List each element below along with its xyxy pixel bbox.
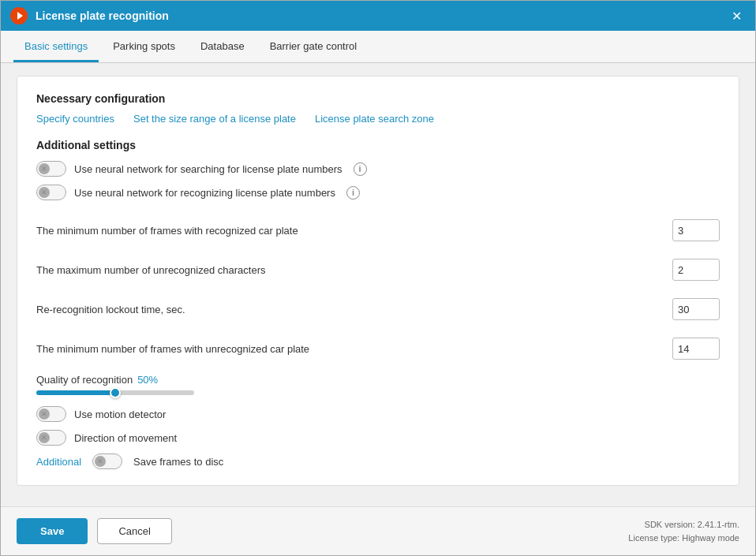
specify-countries-link[interactable]: Specify countries <box>36 113 114 125</box>
toggle-x-icon-2: ✕ <box>41 188 47 196</box>
motion-toggle-knob: ✕ <box>39 409 50 420</box>
max-unrecognized-label: The maximum number of unrecognized chara… <box>36 264 265 276</box>
tab-parking-spots[interactable]: Parking spots <box>102 31 186 62</box>
lockout-time-label: Re-recognition lockout time, sec. <box>36 304 185 315</box>
min-frames-unrecognized-row: The minimum number of frames with unreco… <box>36 334 720 363</box>
sdk-version: SDK version: 2.41.1-rtm. <box>628 518 739 532</box>
settings-panel: Necessary configuration Specify countrie… <box>17 76 739 486</box>
direction-movement-label: Direction of movement <box>74 432 177 444</box>
config-links: Specify countries Set the size range of … <box>36 113 720 125</box>
min-frames-unrecognized-label: The minimum number of frames with unreco… <box>36 343 309 355</box>
toggle-x-icon: ✕ <box>41 165 47 173</box>
quality-label: Quality of recognition <box>36 374 133 386</box>
additional-row: Additional ✕ Save frames to disc <box>36 453 720 469</box>
app-icon <box>10 7 28 24</box>
toggle-neural-recognize-row: ✕ Use neural network for recognizing lic… <box>36 185 720 200</box>
title-bar: License plate recognition ✕ <box>1 1 755 31</box>
neural-recognize-toggle[interactable]: ✕ <box>36 185 66 200</box>
quality-slider-section: Quality of recognition 50% <box>36 374 720 395</box>
max-unrecognized-row: The maximum number of unrecognized chara… <box>36 256 720 284</box>
search-zone-link[interactable]: License plate search zone <box>315 113 434 125</box>
main-window: License plate recognition ✕ Basic settin… <box>0 0 756 556</box>
max-unrecognized-input[interactable] <box>672 259 720 281</box>
necessary-config-title: Necessary configuration <box>36 92 720 105</box>
motion-detector-toggle[interactable]: ✕ <box>36 406 66 422</box>
tab-basic-settings[interactable]: Basic settings <box>13 31 99 62</box>
footer: Save Cancel SDK version: 2.41.1-rtm. Lic… <box>1 506 755 555</box>
motion-detector-row: ✕ Use motion detector <box>36 406 720 422</box>
content-area: Necessary configuration Specify countrie… <box>1 63 755 506</box>
direction-toggle-knob: ✕ <box>39 432 50 443</box>
save-frames-knob: ✕ <box>95 456 106 467</box>
direction-movement-toggle[interactable]: ✕ <box>36 430 66 446</box>
quality-slider-track[interactable] <box>36 390 194 395</box>
save-frames-x: ✕ <box>97 457 103 465</box>
window-title: License plate recognition <box>36 9 727 22</box>
tab-barrier-gate[interactable]: Barrier gate control <box>259 31 369 62</box>
min-frames-label: The minimum number of frames with recogn… <box>36 225 298 237</box>
footer-buttons: Save Cancel <box>17 518 172 544</box>
neural-recognize-label: Use neural network for recognizing licen… <box>74 187 335 199</box>
additional-link[interactable]: Additional <box>36 456 81 468</box>
direction-toggle-x: ✕ <box>41 434 47 442</box>
toggle-knob-2: ✕ <box>39 187 50 198</box>
lockout-time-input[interactable] <box>672 298 720 320</box>
lockout-time-row: Re-recognition lockout time, sec. <box>36 295 720 323</box>
quality-slider-thumb[interactable] <box>110 387 121 398</box>
size-range-link[interactable]: Set the size range of a license plate <box>133 113 296 125</box>
save-frames-label: Save frames to disc <box>133 456 223 468</box>
neural-search-label: Use neural network for searching for lic… <box>74 163 342 175</box>
slider-label-row: Quality of recognition 50% <box>36 374 720 386</box>
save-button[interactable]: Save <box>17 518 88 544</box>
neural-search-toggle[interactable]: ✕ <box>36 161 66 177</box>
toggle-neural-search-row: ✕ Use neural network for searching for l… <box>36 161 720 177</box>
min-frames-row: The minimum number of frames with recogn… <box>36 216 720 244</box>
additional-settings-title: Additional settings <box>36 139 720 151</box>
save-frames-toggle[interactable]: ✕ <box>92 453 122 469</box>
license-type: License type: Highway mode <box>628 532 739 545</box>
close-button[interactable]: ✕ <box>727 6 746 25</box>
motion-toggle-x: ✕ <box>41 410 47 418</box>
direction-movement-row: ✕ Direction of movement <box>36 430 720 446</box>
footer-info: SDK version: 2.41.1-rtm. License type: H… <box>628 518 739 544</box>
motion-detector-label: Use motion detector <box>74 409 166 420</box>
min-frames-input[interactable] <box>672 219 720 241</box>
min-frames-unrecognized-input[interactable] <box>672 338 720 360</box>
neural-search-info-icon[interactable]: i <box>354 162 367 176</box>
neural-recognize-info-icon[interactable]: i <box>346 186 360 200</box>
quality-value: 50% <box>137 374 158 386</box>
toggle-knob: ✕ <box>39 163 50 174</box>
tabs-bar: Basic settings Parking spots Database Ba… <box>1 31 755 63</box>
tab-database[interactable]: Database <box>189 31 256 62</box>
cancel-button[interactable]: Cancel <box>97 518 171 544</box>
